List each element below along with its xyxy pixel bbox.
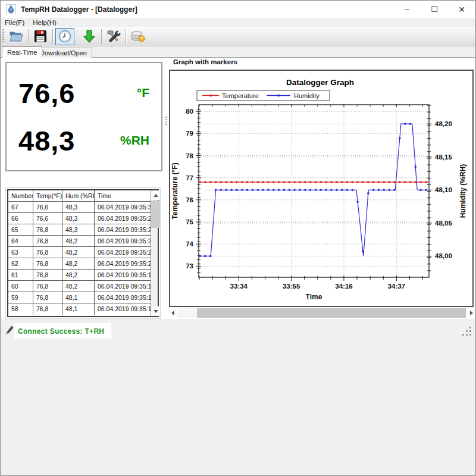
maximize-button[interactable]: ☐ (421, 1, 448, 18)
svg-text:48,05: 48,05 (435, 220, 452, 227)
svg-text:Humidity: Humidity (294, 92, 320, 99)
log-table-container: NumberTemp(°F)Hum (%RH)Time6776,648,306.… (5, 187, 161, 319)
graph-panel-grip[interactable] (165, 117, 167, 126)
readout-display: 76,6 °F 48,3 %RH (5, 62, 162, 171)
table-cell: 60 (8, 281, 33, 292)
table-row[interactable]: 6176,848,206.04.2019 09:35:18 (8, 270, 151, 281)
table-cell: 58 (8, 303, 33, 315)
graph-panel-title: Graph with markers (173, 58, 237, 65)
table-cell: 76,8 (33, 236, 62, 247)
download-button[interactable] (80, 28, 99, 45)
table-header-row: NumberTemp(°F)Hum (%RH)Time (8, 190, 151, 202)
table-row[interactable]: 6276,848,206.04.2019 09:35:21 (8, 258, 151, 270)
table-row[interactable]: 6576,848,306.04.2019 09:35:27 (8, 224, 151, 236)
table-row[interactable]: 6676,648,306.04.2019 09:35:29 (8, 213, 151, 224)
toolbar-grip[interactable] (2, 29, 4, 43)
column-header: Temp(°F) (33, 190, 62, 202)
title-bar: TempRH Datalogger - [Datalogger] – ☐ ✕ (1, 1, 475, 18)
menu-help[interactable]: Help(H) (29, 18, 61, 27)
svg-text:73: 73 (186, 262, 193, 270)
table-cell: 06.04.2019 09:35:21 (95, 258, 151, 270)
svg-text:Humidity (%RH): Humidity (%RH) (459, 164, 467, 218)
table-vertical-scrollbar[interactable] (151, 190, 158, 316)
table-row[interactable]: 6776,648,306.04.2019 09:35:31 (8, 202, 151, 213)
table-row[interactable]: 6376,848,206.04.2019 09:35:23 (8, 247, 151, 258)
svg-text:74: 74 (186, 240, 193, 248)
svg-text:78: 78 (186, 152, 193, 159)
realtime-clock-button[interactable] (55, 28, 74, 45)
table-cell: 48,1 (62, 303, 95, 315)
column-header: Time (95, 190, 151, 202)
tab-strip: Real-Time Download/Open (1, 46, 475, 58)
table-row[interactable]: 5876,848,106.04.2019 09:35:12 (8, 303, 151, 315)
svg-text:Time: Time (306, 293, 322, 301)
arrow-left-icon (171, 311, 174, 315)
table-cell: 76,8 (33, 281, 62, 292)
tab-download-open[interactable]: Download/Open (35, 48, 92, 58)
humidity-unit: %RH (120, 133, 149, 148)
tools-icon (106, 29, 121, 43)
toolbar-separator (77, 29, 77, 44)
arrow-down-icon (154, 310, 158, 313)
scroll-up-button[interactable] (151, 190, 160, 200)
open-file-button[interactable] (7, 28, 26, 45)
save-button[interactable] (31, 28, 50, 45)
table-cell: 06.04.2019 09:35:12 (95, 303, 151, 315)
scroll-left-button[interactable] (168, 308, 178, 318)
svg-text:48,15: 48,15 (435, 154, 452, 161)
realtime-tab-page: 76,6 °F 48,3 %RH NumberTemp(°F)Hum (%RH)… (1, 58, 475, 320)
minimize-button[interactable]: – (393, 1, 421, 18)
table-cell: 06.04.2019 09:35:18 (95, 270, 151, 281)
svg-text:48,00: 48,00 (435, 252, 452, 259)
svg-text:75: 75 (186, 218, 193, 226)
table-cell: 48,2 (62, 270, 95, 281)
table-cell: 48,2 (62, 236, 95, 247)
chart-canvas: 737475767778798048,0048,0548,1048,1548,2… (170, 71, 472, 306)
arrow-right-icon (470, 311, 473, 315)
table-cell: 59 (8, 292, 33, 303)
clock-icon (58, 29, 72, 43)
arrow-up-icon (154, 194, 158, 197)
table-cell: 61 (8, 270, 33, 281)
database-question-icon: ? (130, 29, 146, 43)
window-title: TempRH Datalogger - [Datalogger] (21, 5, 137, 14)
table-cell: 62 (8, 258, 33, 270)
svg-text:77: 77 (186, 174, 193, 181)
table-cell: 06.04.2019 09:35:27 (95, 224, 151, 236)
scrollbar-thumb[interactable] (197, 308, 466, 318)
tab-real-time[interactable]: Real-Time (2, 46, 42, 58)
temperature-unit: °F (137, 86, 149, 100)
pen-icon (5, 325, 14, 335)
table-row[interactable]: 6076,848,206.04.2019 09:35:16 (8, 281, 151, 292)
scroll-down-button[interactable] (151, 306, 160, 316)
table-cell: 76,8 (33, 303, 62, 315)
table-cell: 06.04.2019 09:35:16 (95, 281, 151, 292)
status-message: Connect Success: T+RH (18, 327, 104, 336)
table-cell: 48,2 (62, 247, 95, 258)
table-row[interactable]: 5976,848,106.04.2019 09:35:14 (8, 292, 151, 303)
svg-text:Temperature (°F): Temperature (°F) (171, 162, 179, 219)
data-help-button[interactable]: ? (129, 28, 148, 45)
table-cell: 06.04.2019 09:35:25 (95, 236, 151, 247)
temperature-value: 76,6 (18, 77, 75, 109)
table-cell: 67 (8, 202, 33, 213)
save-floppy-icon (34, 30, 47, 43)
table-cell: 06.04.2019 09:35:31 (95, 202, 151, 213)
table-row[interactable]: 6476,848,206.04.2019 09:35:25 (8, 236, 151, 247)
toolbar: ? (1, 27, 475, 46)
table-cell: 48,3 (62, 224, 95, 236)
table-cell: 48,2 (62, 258, 95, 270)
scroll-right-button[interactable] (466, 308, 476, 318)
close-button[interactable]: ✕ (448, 1, 475, 18)
table-cell: 76,8 (33, 258, 62, 270)
settings-button[interactable] (104, 28, 123, 45)
table-cell: 76,6 (33, 213, 62, 224)
graph-horizontal-scrollbar[interactable] (168, 308, 476, 318)
svg-text:Datalogger Graph: Datalogger Graph (286, 78, 354, 87)
svg-text:34:37: 34:37 (388, 283, 405, 290)
table-cell: 64 (8, 236, 33, 247)
menu-file[interactable]: File(F) (1, 18, 29, 27)
download-arrow-icon (83, 29, 96, 43)
resize-grip[interactable] (462, 326, 472, 337)
scrollbar-thumb[interactable] (151, 201, 160, 228)
